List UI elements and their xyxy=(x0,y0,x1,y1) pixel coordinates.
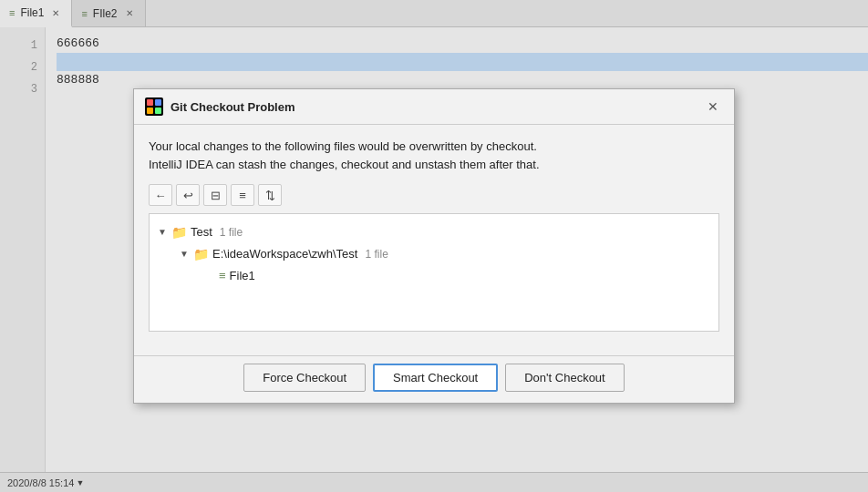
file1-tree-label: File1 xyxy=(230,267,255,285)
file-tree: ▼ 📁 Test 1 file ▼ 📁 E:\ideaWorkspace\zwh… xyxy=(149,213,719,332)
root-folder-count: 1 file xyxy=(220,223,243,241)
dialog-message-line1: Your local changes to the following file… xyxy=(149,139,537,153)
toolbar-arrow-left-btn[interactable]: ← xyxy=(149,184,172,206)
path-folder-count: 1 file xyxy=(365,245,388,263)
root-folder-icon: 📁 xyxy=(171,223,187,241)
tree-item-path[interactable]: ▼ 📁 E:\ideaWorkspace\zwh\Test 1 file xyxy=(153,243,715,265)
dialog-message-line2: IntelliJ IDEA can stash the changes, che… xyxy=(149,158,540,171)
force-checkout-button[interactable]: Force Checkout xyxy=(243,364,366,392)
git-checkout-dialog: Git Checkout Problem ✕ Your local change… xyxy=(133,88,735,404)
dont-checkout-button[interactable]: Don't Checkout xyxy=(505,364,624,392)
svg-rect-4 xyxy=(155,108,161,114)
file-toolbar: ← ↩ ⊟ ≡ ⇅ xyxy=(149,184,719,206)
dialog-message: Your local changes to the following file… xyxy=(149,138,719,173)
root-chevron-icon: ▼ xyxy=(157,223,168,241)
dialog-footer: Force Checkout Smart Checkout Don't Chec… xyxy=(134,355,734,403)
toolbar-expand-btn[interactable]: ≡ xyxy=(231,184,254,206)
tree-item-root[interactable]: ▼ 📁 Test 1 file xyxy=(153,221,715,243)
path-folder-icon: 📁 xyxy=(193,245,209,263)
toolbar-collapse-btn[interactable]: ⇅ xyxy=(258,184,282,206)
svg-rect-2 xyxy=(155,99,161,106)
toolbar-grid-btn[interactable]: ⊟ xyxy=(203,184,227,206)
root-folder-label: Test xyxy=(191,223,212,241)
dialog-title-bar: Git Checkout Problem ✕ xyxy=(134,89,734,125)
svg-rect-3 xyxy=(147,108,153,114)
dialog-body: Your local changes to the following file… xyxy=(134,125,734,355)
dialog-title: Git Checkout Problem xyxy=(170,100,696,114)
svg-rect-1 xyxy=(147,99,153,106)
path-chevron-icon: ▼ xyxy=(179,245,190,263)
dialog-overlay: Git Checkout Problem ✕ Your local change… xyxy=(0,0,868,492)
intellij-icon xyxy=(145,97,163,116)
tree-item-file1[interactable]: ≡ File1 xyxy=(153,265,715,287)
dialog-close-button[interactable]: ✕ xyxy=(703,97,723,117)
smart-checkout-button[interactable]: Smart Checkout xyxy=(373,364,498,392)
toolbar-undo-btn[interactable]: ↩ xyxy=(176,184,200,206)
path-folder-label: E:\ideaWorkspace\zwh\Test xyxy=(212,245,357,263)
file1-tree-icon: ≡ xyxy=(219,267,226,285)
